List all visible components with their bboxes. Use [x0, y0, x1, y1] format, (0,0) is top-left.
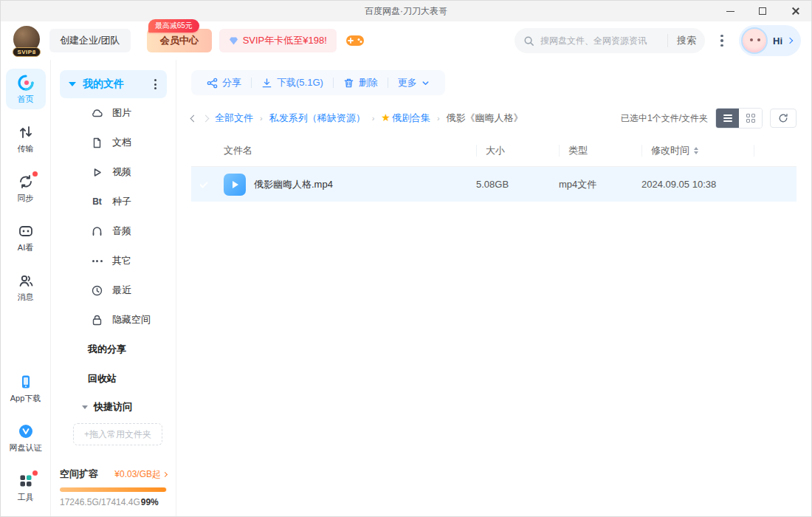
user-profile-button[interactable]: Hi [739, 25, 801, 56]
table-header: 文件名 大小 类型 修改时间 [191, 134, 796, 167]
selection-info: 已选中1个文件/文件夹 [621, 112, 708, 125]
pictures-icon [91, 107, 103, 120]
rail-item-verification[interactable]: 网盘认证 [6, 417, 46, 458]
column-header-size[interactable]: 大小 [476, 145, 559, 157]
sidebar-item-documents[interactable]: 文档 [60, 128, 167, 157]
sidebar-item-pictures[interactable]: 图片 [60, 98, 167, 128]
close-button[interactable] [779, 1, 811, 21]
storage-section: 空间扩容 ¥0.03/GB起 17246.5G/17414.4G 99% [60, 460, 167, 507]
videos-icon [91, 166, 103, 179]
kebab-icon [720, 35, 723, 38]
star-icon: ★ [381, 112, 390, 123]
share-icon [207, 78, 218, 89]
clock-icon [91, 284, 103, 297]
back-button[interactable] [190, 114, 198, 122]
rail-item-tools[interactable]: 工具 [6, 467, 46, 507]
sidebar-item-my-shares[interactable]: 我的分享 [60, 335, 167, 364]
home-icon [17, 74, 35, 92]
discount-badge: 最高减65元 [148, 19, 199, 32]
play-icon [233, 181, 238, 188]
column-header-actions [754, 145, 796, 157]
diamond-icon [229, 36, 238, 46]
file-toolbar: 分享 下载(5.1G) 删除 更多 [191, 70, 445, 95]
gamepad-icon [345, 34, 365, 47]
refresh-button[interactable] [770, 109, 796, 128]
breadcrumb-separator: › [437, 114, 440, 123]
download-icon [261, 78, 272, 89]
rail-item-sync[interactable]: 同步 [6, 168, 46, 208]
create-team-button[interactable]: 创建企业/团队 [49, 29, 131, 52]
minimize-icon [726, 11, 734, 12]
grid-view-button[interactable] [739, 109, 762, 128]
sidebar-item-torrents[interactable]: Bt 种子 [60, 187, 167, 216]
column-header-type[interactable]: 类型 [559, 145, 641, 157]
my-files-label: 我的文件 [83, 78, 124, 91]
expand-storage-button[interactable]: 空间扩容 ¥0.03/GB起 [60, 468, 167, 481]
table-row[interactable]: 俄影幽晦人格.mp4 5.08GB mp4文件 2024.09.05 10:38 [191, 167, 796, 202]
game-center-button[interactable] [344, 29, 366, 52]
greeting-label: Hi [773, 35, 782, 47]
bt-icon: Bt [91, 196, 103, 208]
maximize-button[interactable] [746, 1, 779, 21]
file-cell[interactable]: 俄影幽晦人格.mp4 [224, 174, 476, 196]
rail-item-ai-view[interactable]: AI看 [6, 217, 46, 258]
sidebar-item-videos[interactable]: 视频 [60, 157, 167, 187]
list-view-button[interactable] [716, 109, 739, 128]
sidebar-item-other[interactable]: 其它 [60, 246, 167, 275]
maximize-icon [759, 7, 766, 15]
chevron-down-icon [422, 79, 430, 87]
storage-usage: 17246.5G/17414.4G 99% [60, 497, 167, 507]
share-button[interactable]: 分享 [197, 70, 251, 95]
chevron-right-icon [787, 38, 793, 44]
view-controls: 已选中1个文件/文件夹 [621, 108, 796, 129]
search-submit-button[interactable]: 搜索 [667, 34, 696, 47]
app-window: 百度网盘·刀刀大表哥 SVIP8 创建企业/团队 会员中心 最高减65元 SVI… [0, 0, 812, 517]
more-actions-button[interactable]: 更多 [388, 70, 439, 95]
rail-item-app-download[interactable]: App下载 [6, 368, 46, 408]
sidebar-item-hidden-space[interactable]: 隐藏空间 [60, 305, 167, 335]
sidebar-item-label: 最近 [112, 284, 131, 297]
ellipsis-icon [91, 255, 103, 267]
messages-icon [17, 272, 35, 290]
rail-item-messages[interactable]: 消息 [6, 267, 46, 307]
quick-access-label: 快捷访问 [94, 400, 132, 414]
app-logo[interactable]: SVIP8 [11, 26, 42, 55]
column-header-name[interactable]: 文件名 [224, 145, 476, 157]
sidebar-item-audio[interactable]: 音频 [60, 216, 167, 246]
search-box[interactable]: 搜索 [515, 28, 705, 53]
nav-rail: 首页 传输 同步 AI看 [1, 60, 51, 516]
rail-item-label: 首页 [18, 94, 34, 105]
drop-folder-target[interactable]: +拖入常用文件夹 [73, 423, 162, 445]
more-menu-button[interactable] [712, 28, 732, 53]
breadcrumb-item[interactable]: 全部文件 [215, 112, 253, 125]
forward-button[interactable] [202, 114, 210, 122]
sidebar-my-files[interactable]: 我的文件 [60, 70, 167, 98]
svip-promo-button[interactable]: SVIP年卡低至¥198! [219, 29, 337, 52]
breadcrumb-item[interactable]: ★俄剧合集 [381, 112, 430, 125]
notification-dot [32, 470, 38, 476]
member-center-button[interactable]: 会员中心 最高减65元 [147, 29, 212, 52]
search-input[interactable] [540, 35, 661, 46]
verification-icon [17, 422, 35, 440]
storage-used-label: 17246.5G/17414.4G [60, 497, 140, 507]
rail-item-label: 消息 [18, 292, 34, 303]
rail-item-home[interactable]: 首页 [6, 69, 46, 109]
rail-item-label: 工具 [18, 492, 34, 503]
breadcrumb-item[interactable]: 私发系列（稀缺资源） [269, 112, 365, 125]
sidebar-item-recycle-bin[interactable]: 回收站 [60, 364, 167, 394]
delete-button[interactable]: 删除 [334, 70, 388, 95]
my-files-menu-button[interactable] [151, 76, 159, 92]
rail-item-transfer[interactable]: 传输 [6, 118, 46, 159]
download-button[interactable]: 下载(5.1G) [252, 70, 333, 95]
sync-icon [17, 173, 35, 191]
minimize-button[interactable] [714, 1, 746, 21]
video-file-icon [224, 174, 246, 196]
main-content: 分享 下载(5.1G) 删除 更多 [176, 60, 811, 516]
column-header-modified[interactable]: 修改时间 [641, 145, 754, 157]
sidebar-item-recent[interactable]: 最近 [60, 275, 167, 305]
sort-icon[interactable] [694, 147, 698, 154]
sidebar-quick-access[interactable]: 快捷访问 [60, 394, 167, 420]
search-icon [523, 35, 534, 47]
file-name[interactable]: 俄影幽晦人格.mp4 [254, 178, 333, 191]
sidebar-item-label: 文档 [112, 136, 131, 149]
